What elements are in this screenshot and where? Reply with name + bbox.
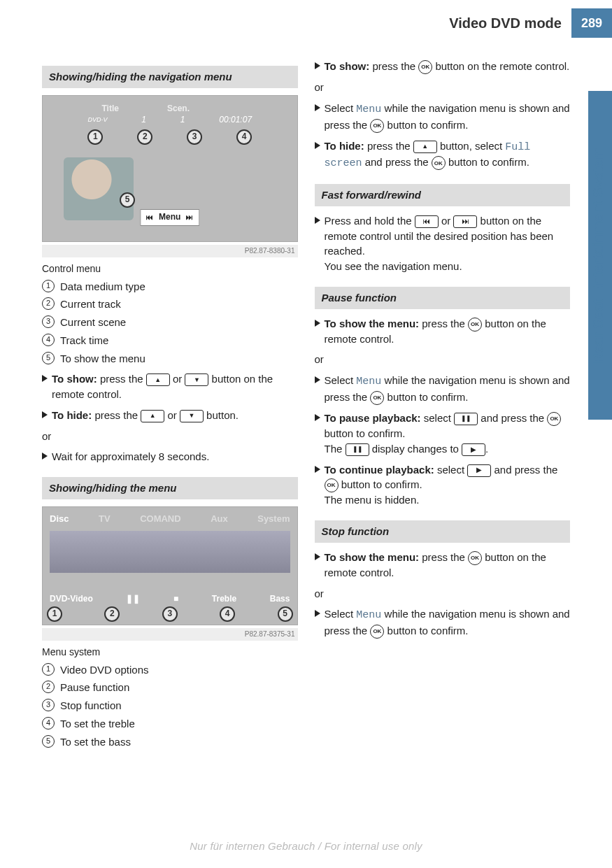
up-button-icon (146, 373, 170, 386)
bullet-icon (315, 320, 320, 327)
bullet-icon (315, 104, 320, 111)
fig1-pin-3: 3 (187, 129, 202, 145)
step-pause-playback: To pause playback: select and press the … (315, 411, 571, 457)
bullet-icon (315, 217, 320, 224)
bullet-icon (315, 610, 320, 617)
play-button-icon (467, 464, 491, 477)
section-heading-menu: Showing/hiding the menu (42, 477, 298, 499)
fig2-pin-2: 2 (104, 606, 120, 622)
list-item: 5To set the bass (42, 734, 298, 750)
play-button-icon (462, 443, 485, 456)
fig1-pin-1: 1 (87, 129, 103, 145)
callout-3: 3 (42, 315, 55, 328)
fig1-val-title: 1 (141, 114, 146, 126)
skip-prev-button-icon (415, 215, 439, 228)
list-item: 2Pause function (42, 680, 298, 695)
callout-2: 2 (42, 681, 55, 693)
fig2-bot-bass: Bass (270, 593, 290, 605)
section-heading-navmenu: Showing/hiding the navigation menu (42, 66, 298, 88)
step-pause-selectmenu: Select Menu while the navigation menu is… (315, 373, 571, 405)
side-tab: Rear Seat Entertainment System (584, 91, 612, 420)
ok-button-icon (468, 318, 482, 332)
fig2-bot-stop: ■ (173, 593, 178, 605)
step-to-hide-r: To hide: press the button, select Full s… (315, 138, 571, 172)
list-item: 4Track time (42, 333, 298, 348)
callout-1: 1 (42, 280, 55, 292)
fig2-tab-aux: Aux (211, 513, 228, 526)
fig1-label-scen: Scen. (167, 103, 190, 115)
skip-next-button-icon (453, 215, 477, 228)
bullet-icon (42, 453, 48, 460)
list-item: 1Data medium type (42, 279, 298, 294)
fig2-tab-system: System (257, 513, 290, 526)
ok-button-icon (432, 156, 446, 170)
bullet-icon (42, 375, 48, 382)
bullet-icon (315, 62, 320, 69)
list-item: 3Current scene (42, 315, 298, 330)
bullet-icon (315, 466, 320, 473)
down-button-icon (185, 373, 208, 386)
menu-keyword: Menu (356, 609, 381, 621)
or-text: or (315, 80, 571, 95)
ok-button-icon (418, 60, 432, 74)
figure-menu-system: Disc TV COMAND Aux System DVD-Video ❚❚ ■… (42, 506, 298, 625)
fig1-menu-bar: ⏮ Menu ⏭ (140, 209, 199, 225)
fig2-pin-3: 3 (162, 606, 178, 622)
list-item: 2Current track (42, 297, 298, 312)
fig2-tab-tv: TV (99, 513, 111, 526)
callout-4: 4 (42, 334, 55, 346)
footer-watermark: Nur für internen Gebrauch / For internal… (0, 839, 612, 854)
list-item: 4To set the treble (42, 716, 298, 732)
callout-5: 5 (42, 352, 55, 364)
callout-4: 4 (42, 717, 55, 730)
fig1-ref: P82.87-8380-31 (42, 245, 298, 258)
right-column: To show: press the button on the remote … (315, 53, 571, 752)
fig1-label-title: Title (102, 103, 119, 115)
fig2-pin-1: 1 (47, 606, 62, 622)
figure-control-menu: Title Scen. DVD-V 1 1 00:01:07 1 2 3 4 (42, 95, 298, 242)
step-to-show: To show: press the or button on the remo… (42, 371, 298, 402)
page-header: Video DVD mode 289 (42, 0, 612, 46)
fig2-video-area (50, 531, 290, 573)
fig1-pin-2: 2 (137, 129, 152, 145)
ok-button-icon (325, 478, 339, 492)
section-heading-stop: Stop function (315, 520, 571, 543)
fig1-val-time: 00:01:07 (219, 114, 252, 126)
or-text: or (315, 586, 571, 602)
step-stop-selectmenu: Select Menu while the navigation menu is… (315, 606, 571, 639)
bullet-icon (42, 411, 48, 418)
left-column: Showing/hiding the navigation menu Title… (42, 53, 298, 752)
callout-5: 5 (42, 735, 55, 748)
fig2-bot-dvdvideo: DVD-Video (50, 593, 93, 605)
section-heading-ffrw: Fast forward/rewind (315, 184, 571, 206)
fig1-caption: Control menu (42, 262, 298, 276)
step-ffrw: Press and hold the or button on the remo… (315, 213, 571, 274)
up-button-icon (141, 410, 164, 422)
bullet-icon (315, 414, 320, 421)
fig2-caption: Menu system (42, 645, 298, 659)
step-to-show-r: To show: press the button on the remote … (315, 59, 571, 74)
fig1-pin-4: 4 (236, 129, 252, 145)
bullet-icon (315, 142, 320, 149)
step-stop-showmenu: To show the menu: press the button on th… (315, 550, 571, 581)
fig1-menu-text: Menu (159, 211, 180, 223)
pause-button-icon (454, 413, 478, 425)
list-item: 1Video DVD options (42, 662, 298, 678)
callout-1: 1 (42, 663, 55, 676)
menu-system-list: 1Video DVD options 2Pause function 3Stop… (42, 662, 298, 750)
page-number: 289 (571, 8, 612, 38)
fig1-pin-5: 5 (120, 192, 135, 208)
ok-button-icon (370, 391, 384, 405)
step-pause-showmenu: To show the menu: press the button on th… (315, 316, 571, 347)
bullet-icon (315, 376, 320, 383)
step-wait: Wait for approximately 8 seconds. (42, 449, 298, 464)
fig2-bot-treble: Treble (212, 593, 236, 605)
fig2-pin-4: 4 (220, 606, 235, 622)
up-button-icon (413, 141, 437, 153)
menu-keyword: Menu (356, 376, 381, 387)
section-heading-pause: Pause function (315, 287, 571, 309)
step-to-hide: To hide: press the or button. (42, 408, 298, 423)
fig2-tab-comand: COMAND (140, 513, 181, 526)
list-item: 3Stop function (42, 698, 298, 713)
prev-icon: ⏮ (146, 213, 153, 223)
